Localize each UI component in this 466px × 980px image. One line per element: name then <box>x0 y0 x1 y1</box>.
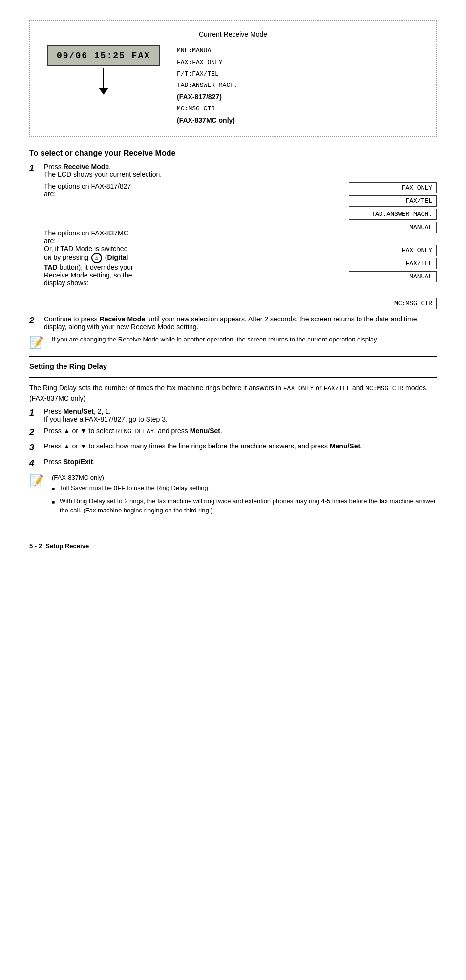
arrow-line <box>103 68 104 88</box>
ring-step3-content: Press ▲ or ▼ to select how many times th… <box>44 442 437 450</box>
ring-delay-note: 📝 (FAX-837MC only) ■ Toll Saver must be … <box>29 474 437 518</box>
diagram-box: Current Receive Mode 09/06 15:25 FAX MNL… <box>29 20 437 137</box>
divider-1 <box>29 356 437 357</box>
ring-delay-note-content: (FAX-837MC only) ■ Toll Saver must be OF… <box>52 474 437 518</box>
note-icon-2: 📝 <box>29 474 47 488</box>
footer: 5 - 2 Setup Receive <box>29 538 437 550</box>
step1-lcd-note: The LCD shows your current selection. <box>44 170 437 178</box>
ring-step2-text: Press ▲ or ▼ to select RING DELAY, and p… <box>44 427 437 435</box>
step1-col-right: FAX ONLY FAX/TEL TAD:ANSWER MACH. MANUAL… <box>339 182 437 309</box>
tad-bold: DigitalTAD <box>44 253 128 271</box>
ring-delay-note-label: (FAX-837MC only) <box>52 474 437 481</box>
receive-mode-heading: To select or change your Receive Mode <box>29 149 437 158</box>
ring-delay-body: The Ring Delay sets the number of times … <box>29 383 437 404</box>
option-fax-only-2: FAX ONLY <box>349 245 437 256</box>
step1-col-left: The options on FAX-817/827are: The optio… <box>44 182 329 309</box>
option-manual-2: MANUAL <box>349 271 437 282</box>
ring-delay-bullets: ■ Toll Saver must be OFF to use the Ring… <box>52 483 437 515</box>
mode-ft: F/T:FAX/TEL <box>177 68 421 80</box>
option-fax-tel-2: FAX/TEL <box>349 258 437 269</box>
footer-label: Setup Receive <box>45 542 89 550</box>
mode-tad-model: (FAX-817/827) <box>177 91 421 103</box>
ring-step1-content: Press Menu/Set, 2, 1. If you have a FAX-… <box>44 407 437 423</box>
ring-step2-bold: Menu/Set <box>190 427 220 435</box>
diagram-inner: 09/06 15:25 FAX MNL:MANUAL FAX:FAX ONLY … <box>45 45 421 127</box>
ring-step3-text: Press ▲ or ▼ to select how many times th… <box>44 442 437 450</box>
step1-num: 1 <box>29 163 39 174</box>
options-837-label: The options on FAX-837MCare: <box>44 229 329 245</box>
mode-tad: TAD:ANSWER MACH. <box>177 80 421 91</box>
divider-2 <box>29 377 437 378</box>
ring-step-4: 4 Press Stop/Exit. <box>29 458 437 469</box>
note-icon-1: 📝 <box>29 336 47 349</box>
receive-mode-note-text: If you are changing the Receive Mode whi… <box>52 336 378 343</box>
ring-step-2: 2 Press ▲ or ▼ to select RING DELAY, and… <box>29 427 437 438</box>
diagram-title: Current Receive Mode <box>45 30 421 38</box>
step2-content: Continue to press Receive Mode until you… <box>44 315 437 331</box>
step2-bold: Receive Mode <box>100 315 145 323</box>
diagram-left: 09/06 15:25 FAX <box>45 45 162 95</box>
bullet-square-1: ■ <box>52 485 57 493</box>
ring-step2-content: Press ▲ or ▼ to select RING DELAY, and p… <box>44 427 437 435</box>
mode-mc: MC:MSG CTR <box>177 103 421 115</box>
bullet-square-2: ■ <box>52 498 57 515</box>
bullet-1-text: Toll Saver must be OFF to use the Ring D… <box>60 483 210 493</box>
ring-step-1: 1 Press Menu/Set, 2, 1. If you have a FA… <box>29 407 437 423</box>
ring-step3-bold: Menu/Set <box>330 442 360 450</box>
ring-step4-num: 4 <box>29 458 39 469</box>
receive-mode-note: 📝 If you are changing the Receive Mode w… <box>29 336 437 349</box>
receive-step-1: 1 Press Receive Mode. The LCD shows your… <box>29 163 437 309</box>
option-fax-tel-1: FAX/TEL <box>349 195 437 207</box>
ring-step1-bold: Menu/Set <box>64 407 94 415</box>
ring-delay-title: Setting the Ring Delay <box>29 362 107 370</box>
step1-two-col: The options on FAX-817/827are: The optio… <box>44 182 437 309</box>
ring-step4-content: Press Stop/Exit. <box>44 458 437 466</box>
mode-list: MNL:MANUAL FAX:FAX ONLY F/T:FAX/TEL TAD:… <box>177 45 421 127</box>
receive-mode-steps: 1 Press Receive Mode. The LCD shows your… <box>29 163 437 331</box>
ring-step3-num: 3 <box>29 442 39 453</box>
step1-bold: Receive Mode <box>64 163 109 170</box>
ring-step-3: 3 Press ▲ or ▼ to select how many times … <box>29 442 437 453</box>
bullet-2: ■ With Ring Delay set to 2 rings, the fa… <box>52 496 437 515</box>
mode-mnl: MNL:MANUAL <box>177 45 421 57</box>
ring-step2-num: 2 <box>29 427 39 438</box>
bullet-1: ■ Toll Saver must be OFF to use the Ring… <box>52 483 437 493</box>
step1-text: Press Receive Mode. <box>44 163 437 170</box>
step2-text: Continue to press Receive Mode until you… <box>44 315 437 331</box>
step2-num: 2 <box>29 315 39 326</box>
option-mc-msg-ctr: MC:MSG CTR <box>349 298 437 309</box>
ring-delay-steps: 1 Press Menu/Set, 2, 1. If you have a FA… <box>29 407 437 469</box>
ring-delay-heading: Setting the Ring Delay <box>29 356 437 370</box>
ring-step4-text: Press Stop/Exit. <box>44 458 437 466</box>
tad-mode-note: Or, if TAD Mode is switched ON by pressi… <box>44 245 329 287</box>
step1-content: Press Receive Mode. The LCD shows your c… <box>44 163 437 309</box>
mode-mc-model: (FAX-837MC only) <box>177 115 421 127</box>
ring-step1-text: Press Menu/Set, 2, 1. <box>44 407 437 415</box>
mode-fax: FAX:FAX ONLY <box>177 57 421 68</box>
arrow-head <box>99 88 108 95</box>
option-tad-answer: TAD:ANSWER MACH. <box>349 209 437 220</box>
arrow-down <box>99 68 108 95</box>
lcd-screen: 09/06 15:25 FAX <box>47 45 160 66</box>
option-manual-1: MANUAL <box>349 222 437 233</box>
receive-step-2: 2 Continue to press Receive Mode until y… <box>29 315 437 331</box>
ring-step4-bold: Stop/Exit <box>64 458 93 466</box>
options-817-label: The options on FAX-817/827are: <box>44 182 329 198</box>
footer-page: 5 - 2 <box>29 542 42 550</box>
ring-step1-num: 1 <box>29 407 39 419</box>
bullet-2-text: With Ring Delay set to 2 rings, the fax … <box>60 496 437 515</box>
diagram-right: MNL:MANUAL FAX:FAX ONLY F/T:FAX/TEL TAD:… <box>162 45 421 127</box>
option-fax-only-1: FAX ONLY <box>349 182 437 193</box>
tad-icon: △ <box>91 253 102 263</box>
ring-step1-sub: If you have a FAX-817/827, go to Step 3. <box>44 415 437 423</box>
